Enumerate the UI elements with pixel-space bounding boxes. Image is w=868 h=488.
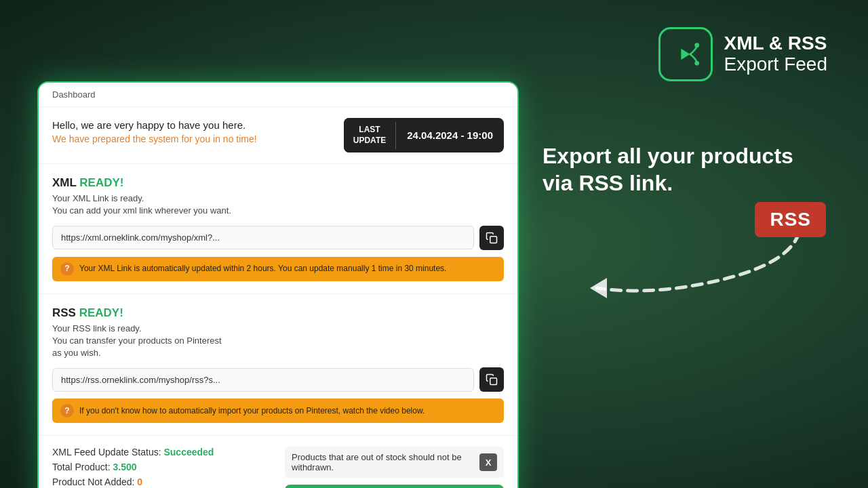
xml-ready-label: READY! [79,176,123,189]
out-of-stock-close-button[interactable]: X [479,453,497,471]
rss-info-banner: ? If you don't know how to automatically… [52,399,504,423]
logo-area: XML & RSS Export Feed [658,27,827,81]
status-left: XML Feed Update Status: Succeeded Total … [52,447,271,488]
not-added-value: 0 [137,476,142,487]
xml-feed-status: XML Feed Update Status: Succeeded [52,447,271,458]
last-update-value: 24.04.2024 - 19:00 [396,123,504,148]
xml-copy-button[interactable] [479,226,504,250]
logo-icon [658,27,713,81]
breadcrumb: Dashboard [52,89,96,100]
xml-info-text: Your XML Link is automatically updated w… [79,263,446,274]
greeting-line1: Hello, we are very happy to have you her… [52,118,257,134]
rss-desc: Your RSS link is ready.You can transfer … [52,323,504,360]
status-value: Succeeded [163,447,214,458]
product-not-added: Product Not Added: 0 [52,476,271,487]
xml-link-input[interactable]: https://xml.orneklink.com/myshop/xml?... [52,226,474,249]
export-text: Export all your productsvia RSS link. [542,142,827,197]
rss-copy-button[interactable] [479,367,504,392]
xml-info-icon: ? [60,262,74,276]
update-now-button[interactable]: UPDATE NOW [285,485,504,488]
xml-desc: Your XML Link is ready.You can add your … [52,192,504,217]
card-top: Hello, we are very happy to have you her… [39,107,517,164]
rss-info-text: If you don't know how to automatically i… [79,405,425,417]
rss-badge: RSS [755,202,826,237]
last-update-badge: LASTUPDATE 24.04.2024 - 19:00 [344,118,504,152]
dashboard-card: Dashboard Hello, we are very happy to ha… [37,81,519,488]
status-section: XML Feed Update Status: Succeeded Total … [39,436,517,488]
logo-text: XML & RSS Export Feed [724,33,827,76]
logo-title-line2: Export Feed [724,54,827,75]
out-of-stock-text: Products that are out of stock should no… [292,452,473,472]
card-header: Dashboard [39,83,517,107]
rss-link-row: https://rss.orneklink.com/myshop/rss?s..… [52,367,504,392]
xml-info-banner: ? Your XML Link is automatically updated… [52,257,504,281]
xml-section: XML READY! Your XML Link is ready.You ca… [39,164,517,293]
svg-point-1 [695,43,700,47]
out-of-stock-row: Products that are out of stock should no… [285,447,504,478]
right-panel: Export all your productsvia RSS link. [542,142,827,210]
status-right: Products that are out of stock should no… [285,447,504,488]
svg-rect-3 [490,236,497,243]
greeting-block: Hello, we are very happy to have you her… [52,118,257,144]
logo-title-line1: XML & RSS [724,33,827,54]
total-product: Total Product: 3.500 [52,462,271,472]
svg-point-2 [695,61,700,66]
rss-title: RSS READY! [52,306,504,320]
rss-info-icon: ? [60,404,74,418]
greeting-line2: We have prepared the system for you in n… [52,134,257,144]
last-update-label: LASTUPDATE [344,118,395,152]
svg-rect-4 [490,378,497,385]
rss-ready-label: READY! [79,306,123,319]
rss-link-input[interactable]: https://rss.orneklink.com/myshop/rss?s..… [52,368,474,392]
total-product-value: 3.500 [113,462,137,472]
xml-title: XML READY! [52,176,504,190]
xml-link-row: https://xml.orneklink.com/myshop/xml?... [52,226,504,250]
rss-section: RSS READY! Your RSS link is ready.You ca… [39,294,517,436]
